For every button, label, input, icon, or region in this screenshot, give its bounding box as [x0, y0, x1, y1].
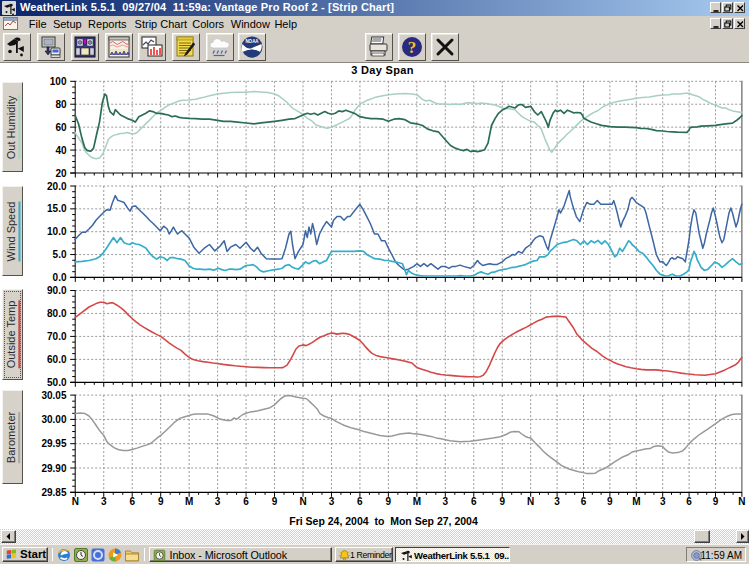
svg-text:100: 100 [50, 76, 67, 87]
svg-text:15.0: 15.0 [47, 203, 67, 214]
svg-text:50.0: 50.0 [47, 377, 67, 388]
svg-text:N: N [72, 496, 79, 507]
svg-text:9: 9 [713, 496, 719, 507]
svg-text:3: 3 [660, 496, 666, 507]
svg-text:3: 3 [554, 496, 560, 507]
svg-text:3: 3 [329, 496, 335, 507]
svg-text:N: N [738, 496, 745, 507]
svg-text:?: ? [408, 38, 417, 57]
svg-text:M: M [632, 496, 640, 507]
svg-text:9: 9 [158, 496, 164, 507]
svg-text:6: 6 [686, 496, 692, 507]
svg-text:3: 3 [215, 496, 221, 507]
svg-text:80: 80 [55, 99, 67, 110]
svg-text:9: 9 [499, 496, 505, 507]
svg-text:70.0: 70.0 [47, 331, 67, 342]
svg-text:6: 6 [243, 496, 249, 507]
svg-text:10.0: 10.0 [47, 226, 67, 237]
svg-text:29.90: 29.90 [41, 463, 66, 474]
svg-text:6: 6 [471, 496, 477, 507]
svg-text:60.0: 60.0 [47, 354, 67, 365]
svg-text:9: 9 [272, 496, 278, 507]
svg-text:N: N [527, 496, 534, 507]
svg-text:9: 9 [386, 496, 392, 507]
svg-text:3: 3 [443, 496, 449, 507]
svg-text:M: M [185, 496, 193, 507]
svg-text:40: 40 [55, 145, 67, 156]
svg-text:20: 20 [55, 168, 67, 179]
svg-text:60: 60 [55, 122, 67, 133]
svg-text:30.00: 30.00 [41, 414, 66, 425]
svg-text:20.0: 20.0 [47, 181, 67, 192]
svg-text:6: 6 [129, 496, 135, 507]
svg-text:29.95: 29.95 [41, 438, 66, 449]
svg-text:29.85: 29.85 [41, 487, 66, 498]
svg-text:M: M [413, 496, 421, 507]
svg-text:0.0: 0.0 [53, 272, 67, 283]
svg-text:80.0: 80.0 [47, 308, 67, 319]
svg-text:90.0: 90.0 [47, 285, 67, 296]
svg-text:N: N [299, 496, 306, 507]
svg-text:NOAA: NOAA [245, 39, 259, 44]
svg-text:6: 6 [581, 496, 587, 507]
svg-text:6: 6 [357, 496, 363, 507]
svg-text:3: 3 [101, 496, 107, 507]
svg-text:9: 9 [607, 496, 613, 507]
svg-text:30.05: 30.05 [41, 390, 66, 401]
svg-text:5.0: 5.0 [53, 249, 67, 260]
